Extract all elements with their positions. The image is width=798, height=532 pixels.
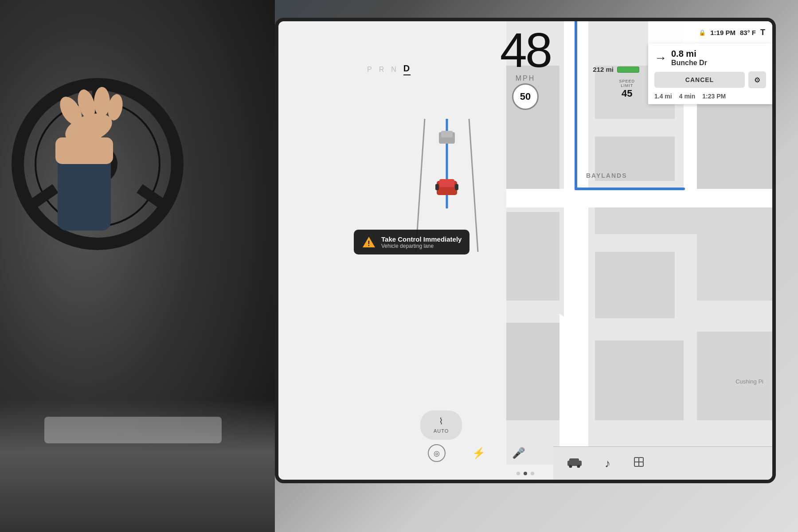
speed-limit-sign: SPEEDLIMIT 45: [619, 79, 635, 99]
lock-icon: 🔒: [699, 29, 706, 36]
speed-limit-label: SPEEDLIMIT: [619, 79, 635, 88]
dashboard-strip: [44, 417, 222, 443]
nav-direction: → 0.8 mi Bunche Dr: [654, 49, 766, 67]
speed-panel: 48 MPH: [500, 26, 551, 82]
svg-rect-39: [455, 184, 458, 190]
nav-card: → 0.8 mi Bunche Dr CANCEL ⚙ 1.4 mi 4 min…: [648, 43, 772, 104]
range-indicator: 212 mi: [593, 66, 639, 73]
svg-rect-38: [435, 184, 439, 190]
gear-icon: ⚙: [754, 76, 760, 84]
svg-rect-15: [506, 212, 559, 301]
tesla-screen: BAYLANDS Waste Manageme ies Disposal Cus…: [275, 18, 776, 483]
baylands-label: BAYLANDS: [586, 172, 627, 179]
eta: 1:23 PM: [702, 93, 726, 100]
car-icon-button[interactable]: [567, 456, 583, 471]
nav-arrow-icon: →: [654, 52, 667, 64]
svg-line-32: [469, 119, 478, 252]
apps-icon-button[interactable]: [633, 456, 645, 471]
svg-rect-37: [439, 179, 454, 187]
wiper-label: AUTO: [434, 428, 449, 434]
music-icon: ♪: [605, 457, 610, 470]
alert-title: Take Control Immediately: [381, 235, 462, 243]
svg-rect-49: [639, 462, 643, 466]
steering-wheel-svg: [0, 22, 222, 332]
car-interior: [0, 0, 275, 532]
svg-rect-48: [634, 462, 639, 466]
svg-rect-20: [595, 252, 675, 318]
music-icon-button[interactable]: ♪: [605, 457, 610, 470]
svg-rect-35: [441, 131, 453, 137]
time-remaining: 4 min: [679, 93, 696, 100]
mic-icon: 🎤: [512, 447, 525, 459]
status-bar: 🔒 1:19 PM 83° F T: [648, 21, 772, 43]
gear-N[interactable]: N: [391, 66, 397, 74]
speed-limit-indicator: 50: [520, 91, 531, 102]
alert-box: ! Take Control Immediately Vehicle depar…: [354, 230, 469, 254]
time-display: 1:19 PM: [710, 29, 735, 36]
speed-value: 48: [500, 26, 551, 74]
page-dot-1[interactable]: [516, 472, 520, 475]
apps-icon: [633, 456, 645, 468]
camera-icon: ◎: [434, 449, 440, 458]
battery-bar: [617, 66, 639, 73]
taskbar-left: ♪: [567, 456, 645, 471]
camera-button[interactable]: ◎: [428, 444, 446, 462]
svg-rect-24: [595, 340, 684, 420]
taskbar: ♪: [553, 446, 776, 480]
nav-street: Bunche Dr: [671, 59, 707, 67]
mic-button[interactable]: 🎤: [512, 447, 525, 459]
cancel-button[interactable]: CANCEL: [654, 72, 745, 88]
nav-settings-button[interactable]: ⚙: [748, 71, 766, 88]
svg-point-9: [94, 87, 110, 117]
page-dots: [516, 472, 534, 475]
nav-distance-street: 0.8 mi Bunche Dr: [671, 49, 707, 67]
alert-subtitle: Vehicle departing lane: [381, 243, 462, 249]
nav-actions: CANCEL ⚙: [654, 71, 766, 88]
temperature-display: 83° F: [740, 29, 756, 36]
svg-rect-12: [55, 137, 113, 164]
range-value: 212 mi: [593, 66, 614, 73]
warning-triangle-icon: !: [362, 236, 376, 248]
svg-rect-22: [697, 212, 772, 301]
lightning-icon: ⚡: [472, 447, 485, 459]
wiper-button[interactable]: ⌇ AUTO: [420, 411, 462, 440]
speed-limit-value: 45: [619, 88, 635, 99]
gear-P[interactable]: P: [367, 66, 373, 74]
car-taskbar-icon: [567, 456, 583, 468]
nav-stats: 1.4 mi 4 min 1:23 PM: [654, 93, 766, 100]
speed-limit-circle: 50: [512, 83, 539, 110]
svg-rect-47: [639, 458, 643, 462]
distance-remaining: 1.4 mi: [654, 93, 672, 100]
svg-rect-23: [697, 332, 772, 420]
tesla-logo: T: [760, 28, 765, 37]
svg-rect-46: [634, 458, 639, 462]
svg-rect-43: [569, 458, 579, 463]
svg-rect-14: [506, 66, 559, 190]
gear-D[interactable]: D: [403, 63, 411, 75]
page-dot-2[interactable]: [524, 472, 527, 475]
wiper-icon: ⌇: [434, 416, 449, 426]
lightning-button[interactable]: ⚡: [472, 447, 485, 459]
alert-icon-container: !: [362, 235, 376, 249]
svg-text:!: !: [368, 240, 370, 247]
alert-text: Take Control Immediately Vehicle departi…: [381, 235, 462, 249]
wiper-control[interactable]: ⌇ AUTO: [420, 411, 462, 440]
svg-rect-16: [506, 323, 559, 420]
gear-selector[interactable]: P R N D: [367, 63, 411, 75]
svg-marker-28: [559, 314, 588, 465]
page-dot-3[interactable]: [531, 472, 534, 475]
gear-R[interactable]: R: [379, 66, 385, 74]
svg-rect-26: [506, 189, 772, 207]
nav-distance: 0.8 mi: [671, 49, 707, 59]
cushing-label: Cushing Pi: [735, 378, 763, 385]
